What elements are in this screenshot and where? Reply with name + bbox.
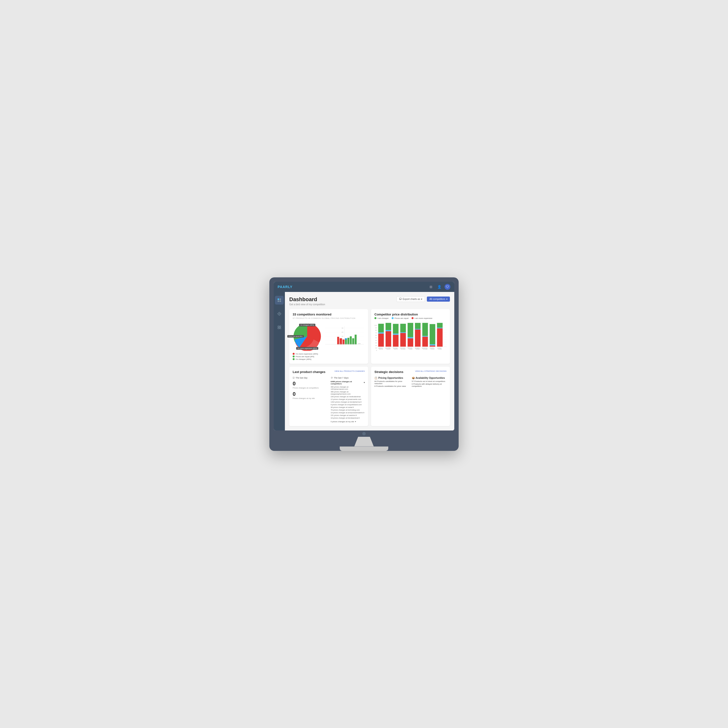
competitors-card: 33 competitors monitored 97 PRODUCTS IN … bbox=[289, 309, 368, 364]
svg-rect-78 bbox=[422, 336, 428, 336]
user-icon[interactable]: 👤 bbox=[436, 284, 442, 290]
legend-expensive: I am more expensive bbox=[411, 317, 433, 320]
legend-dot-equal bbox=[392, 317, 394, 319]
view-all-strategic-link[interactable]: VIEW ALL STRATEGIC DECISIONS bbox=[415, 370, 447, 372]
chart-with-axis: 10090807060 50403020100 bbox=[375, 321, 447, 352]
changes-list: 460 prices changes at 1001pharmacies.com… bbox=[331, 386, 365, 419]
export-button[interactable]: Export charts as ▾ bbox=[396, 296, 425, 302]
svg-rect-52 bbox=[385, 331, 391, 347]
header-actions: Export charts as ▾ All competitors ▾ bbox=[396, 296, 450, 302]
pricing-stat1: 84 Products candidates for price reducti… bbox=[375, 380, 409, 385]
svg-rect-49 bbox=[378, 324, 384, 332]
svg-rect-8 bbox=[280, 327, 281, 329]
svg-rect-59 bbox=[393, 324, 398, 333]
change-col-7days: ⏱ The last 7 days 6499 prices changes at… bbox=[331, 376, 365, 423]
change-item-9: 151 prices changes at wanimo.fr bbox=[331, 414, 365, 416]
view-all-changes-link[interactable]: VIEW ALL PRODUCTS CHANGES bbox=[334, 370, 365, 372]
svg-text:37/12488: 37/12488 bbox=[423, 349, 428, 350]
export-icon bbox=[399, 298, 402, 300]
legend-equal: Prices are equal bbox=[392, 317, 408, 320]
svg-rect-87 bbox=[437, 328, 443, 347]
svg-rect-47 bbox=[378, 333, 384, 347]
monitor-frame: PAARLY ⊞ 👤 🛡 bbox=[269, 277, 459, 451]
availability-stat2: 0 Products with delayed delivery at comp… bbox=[412, 383, 447, 387]
svg-rect-5 bbox=[278, 326, 279, 327]
app-logo: PAARLY bbox=[278, 285, 292, 289]
svg-rect-62 bbox=[400, 333, 406, 347]
svg-rect-74 bbox=[415, 323, 421, 329]
legend-dot-expensive bbox=[411, 317, 413, 319]
grid-icon[interactable]: ⊞ bbox=[428, 284, 434, 290]
pie-legend: I'm more expensive (46%) Prices are equa… bbox=[293, 353, 365, 360]
svg-text:-20%: -20% bbox=[353, 343, 356, 344]
svg-rect-54 bbox=[385, 323, 391, 330]
svg-text:71/3350: 71/3350 bbox=[408, 349, 413, 350]
svg-rect-27 bbox=[345, 338, 347, 340]
strategic-grid: 📋 Pricing Opportunities 84 Products cand… bbox=[375, 376, 447, 388]
svg-rect-88 bbox=[437, 327, 443, 328]
day-count-site: 0 bbox=[293, 391, 327, 397]
change-item-4: 1342 prices changes at doctipharma.fr bbox=[331, 401, 365, 403]
change-item-5: 9 prices changes at croquetisland.com bbox=[331, 404, 365, 406]
svg-rect-57 bbox=[393, 335, 398, 347]
availability-stat1: 57 Products out of stock at competitors bbox=[412, 380, 447, 382]
pie-section: I'm cheaper (46%) Prices are equal (8%) … bbox=[293, 322, 365, 351]
monitor-stand bbox=[274, 430, 454, 451]
page-subtitle: Get a bird view of my competition bbox=[289, 303, 325, 306]
day-desc-competitors: Prices changes at competitors bbox=[293, 387, 327, 389]
legend-dot-equal bbox=[293, 355, 295, 358]
monitor-neck bbox=[354, 437, 374, 447]
sidebar-item-pricing[interactable] bbox=[275, 309, 284, 318]
bars-container: polytran... 46/3705 pourchbe... 31/2637 bbox=[377, 321, 447, 352]
competitors-button[interactable]: All competitors ▾ bbox=[427, 297, 450, 301]
strategic-card: Strategic decisions VIEW ALL STRATEGIC D… bbox=[371, 367, 450, 426]
competitors-card-subtitle: 97 PRODUCTS IN COMMON GLOBAL PRICING DIS… bbox=[293, 317, 365, 320]
svg-text:32/4801: 32/4801 bbox=[416, 349, 420, 350]
change-item-2: 228 prices changes at medicalanimal bbox=[331, 396, 365, 398]
legend-item-cheaper: I'm cheaper (46%) bbox=[293, 358, 365, 360]
svg-text:pourchbe...: pourchbe... bbox=[385, 347, 391, 349]
svg-point-4 bbox=[279, 313, 280, 314]
svg-text:cocosnce...: cocosnce... bbox=[400, 347, 406, 349]
svg-text:51/13318: 51/13318 bbox=[401, 349, 405, 350]
monitor-screen: PAARLY ⊞ 👤 🛡 bbox=[274, 282, 454, 430]
dashboard-grid: 33 competitors monitored 97 PRODUCTS IN … bbox=[289, 309, 450, 426]
sidebar bbox=[274, 292, 285, 430]
monitor-base bbox=[340, 447, 388, 451]
svg-rect-64 bbox=[400, 324, 406, 332]
sidebar-item-dashboard[interactable] bbox=[275, 296, 284, 304]
strategic-card-title: Strategic decisions bbox=[375, 370, 403, 374]
app-container: PAARLY ⊞ 👤 🛡 bbox=[274, 282, 454, 430]
page-title: Dashboard bbox=[289, 296, 325, 303]
chart-legend: I am cheaper Prices are equal I am more … bbox=[375, 317, 447, 320]
change-item-7: 78 prices changes at technidog.com bbox=[331, 409, 365, 411]
sidebar-item-catalog[interactable] bbox=[275, 323, 284, 332]
svg-text:79/4476: 79/4476 bbox=[394, 349, 398, 350]
svg-text:Petmeds...: Petmeds... bbox=[408, 347, 413, 349]
strategic-card-header: Strategic decisions VIEW ALL STRATEGIC D… bbox=[375, 370, 447, 375]
svg-text:42/4634: 42/4634 bbox=[430, 349, 434, 350]
svg-text:11/6363: 11/6363 bbox=[438, 349, 442, 350]
svg-rect-1 bbox=[280, 298, 281, 300]
change-item-6: 38 prices changes at subai.fr bbox=[331, 406, 365, 408]
pie-label-cheaper: I'm cheaper (46%) bbox=[299, 324, 315, 326]
svg-text:morinfra...: morinfra... bbox=[430, 347, 435, 349]
legend-dot-expensive bbox=[293, 353, 295, 355]
pie-chart: I'm cheaper (46%) Prices are equal (8%) … bbox=[293, 322, 322, 351]
pie-label-expensive: I'm more expensive (46%) bbox=[296, 347, 318, 350]
y-axis-labels: 10090807060 50403020100 bbox=[375, 325, 377, 352]
shield-icon[interactable]: 🛡 bbox=[445, 284, 450, 290]
svg-text:polytran...: polytran... bbox=[378, 347, 384, 349]
svg-rect-72 bbox=[415, 329, 421, 347]
svg-text:lacompa...: lacompa... bbox=[393, 347, 398, 349]
svg-text:+20%: +20% bbox=[358, 343, 361, 344]
svg-text:+40%: +40% bbox=[338, 343, 341, 344]
svg-text:-100%: -100% bbox=[343, 343, 346, 344]
svg-rect-89 bbox=[437, 323, 443, 327]
svg-text:paraphar...: paraphar... bbox=[415, 347, 421, 349]
day-count-competitors: 0 bbox=[293, 381, 327, 387]
svg-rect-6 bbox=[280, 326, 281, 327]
main-content: Dashboard Get a bird view of my competit… bbox=[285, 292, 454, 430]
change-item-8: 19 prices changes at amazonanimalerie.fr bbox=[331, 411, 365, 414]
svg-text:purepa...: purepa... bbox=[437, 347, 442, 349]
